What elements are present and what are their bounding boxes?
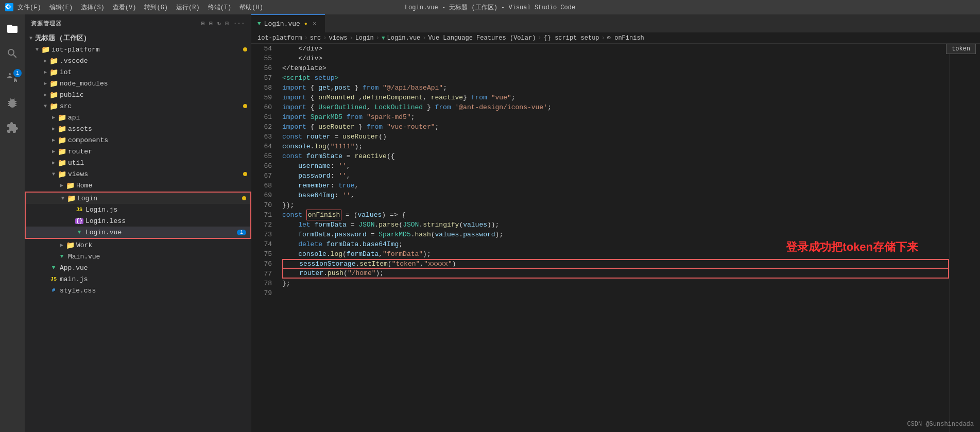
- editor-tab-login-vue[interactable]: ▼ Login.vue ● ×: [251, 14, 325, 32]
- file-label: Main.vue: [68, 253, 100, 261]
- menu-item[interactable]: 运行(R): [176, 3, 200, 12]
- folder-icon: 📁: [49, 68, 58, 76]
- breadcrumb-login[interactable]: Login: [355, 34, 374, 42]
- breadcrumb-login-vue[interactable]: Login.vue: [387, 34, 420, 42]
- folder-work[interactable]: ▶ 📁 Work: [25, 239, 251, 251]
- breadcrumb-onfinish[interactable]: ⊙ onFinish: [607, 34, 644, 42]
- folder-router[interactable]: ▶ 📁 router: [25, 146, 251, 157]
- breadcrumb-vue-icon: ▼: [382, 35, 385, 41]
- menu-item[interactable]: 选择(S): [81, 3, 105, 12]
- menu-item[interactable]: 查看(V): [113, 3, 136, 12]
- file-main-js[interactable]: ▶ JS main.js: [25, 273, 251, 285]
- sidebar: 资源管理器 ⊞ ⊟ ↻ ⊡ ··· ▼ 无标题 (工作区) ▼ 📁 iot-pl…: [25, 14, 251, 432]
- source-control-icon[interactable]: 1: [0, 66, 25, 91]
- code-line-73: formData.password = SparkMD5.hash(values…: [282, 230, 949, 239]
- folder-login[interactable]: ▼ 📁 Login: [26, 193, 250, 204]
- folder-api[interactable]: ▶ 📁 api: [25, 112, 251, 123]
- menu-item[interactable]: 编辑(E): [49, 3, 73, 12]
- search-icon[interactable]: [0, 41, 25, 66]
- code-editor: 54 55 56 57 58 59 60 61 62 63 64 65 66 6…: [251, 44, 980, 432]
- collapse-icon[interactable]: ⊡: [226, 20, 230, 27]
- breadcrumb-iot-platform[interactable]: iot-platform: [257, 34, 302, 42]
- folder-label: util: [68, 159, 84, 167]
- onfinish-highlight: onFinish: [306, 210, 341, 220]
- folder-assets[interactable]: ▶ 📁 assets: [25, 123, 251, 134]
- code-content[interactable]: </div> </div> </template> <script setup>…: [278, 44, 949, 432]
- folder-vscode[interactable]: ▶ 📁 .vscode: [25, 55, 251, 66]
- new-folder-icon[interactable]: ⊟: [209, 20, 213, 27]
- folder-label: router: [68, 148, 92, 155]
- menu-item[interactable]: 转到(G): [144, 3, 168, 12]
- vue-file-icon: ▼: [75, 228, 83, 236]
- minimap: [949, 44, 980, 432]
- code-line-68: remember: true,: [282, 181, 949, 191]
- folder-label: api: [68, 114, 80, 122]
- folder-label: .vscode: [60, 57, 88, 65]
- code-line-63: const router = useRouter(): [282, 132, 949, 142]
- login-highlight-group: ▼ 📁 Login ▶ JS Login.js ▶ {} Login.less: [25, 192, 251, 239]
- file-tree: ▼ 无标题 (工作区) ▼ 📁 iot-platform ▶ 📁 .vscode…: [25, 32, 251, 432]
- file-login-vue[interactable]: ▶ ▼ Login.vue 1: [26, 227, 250, 238]
- folder-util[interactable]: ▶ 📁 util: [25, 157, 251, 168]
- file-login-less[interactable]: ▶ {} Login.less: [26, 215, 250, 227]
- tab-close-button[interactable]: ×: [311, 20, 319, 28]
- sidebar-header-icons[interactable]: ⊞ ⊟ ↻ ⊡ ···: [201, 20, 245, 27]
- code-line-78: };: [282, 279, 949, 288]
- folder-label: src: [60, 102, 72, 110]
- line-numbers: 54 55 56 57 58 59 60 61 62 63 64 65 66 6…: [251, 44, 278, 432]
- menu-item[interactable]: 文件(F): [18, 3, 41, 12]
- file-main-vue[interactable]: ▶ ▼ Main.vue: [25, 251, 251, 262]
- folder-icon: 📁: [49, 102, 58, 110]
- breadcrumb-script-setup[interactable]: {} script setup: [544, 34, 599, 42]
- vue-file-icon: ▼: [49, 264, 58, 272]
- folder-icon: 📁: [58, 125, 66, 133]
- folder-node-modules[interactable]: ▶ 📁 node_modules: [25, 78, 251, 89]
- breadcrumb-src[interactable]: src: [310, 34, 321, 42]
- folder-label: views: [68, 170, 88, 178]
- folder-iot[interactable]: ▶ 📁 iot: [25, 66, 251, 78]
- file-login-js[interactable]: ▶ JS Login.js: [26, 204, 250, 215]
- tab-vue-icon: ▼: [257, 21, 261, 27]
- folder-src[interactable]: ▼ 📁 src: [25, 100, 251, 112]
- breadcrumb-views[interactable]: views: [329, 34, 347, 42]
- file-style-css[interactable]: ▶ # style.css: [25, 285, 251, 296]
- code-line-69: base64Img: '',: [282, 191, 949, 200]
- code-line-70: });: [282, 200, 949, 210]
- folder-icon: 📁: [58, 113, 66, 122]
- new-file-icon[interactable]: ⊞: [201, 20, 205, 27]
- folder-label: public: [60, 91, 84, 99]
- code-line-72: let formData = JSON.parse(JSON.stringify…: [282, 220, 949, 230]
- workspace-root[interactable]: ▼ 无标题 (工作区): [25, 32, 251, 44]
- folder-views[interactable]: ▼ 📁 views: [25, 168, 251, 180]
- js-file-icon: JS: [49, 275, 58, 283]
- modified-indicator: [243, 104, 247, 108]
- debug-icon[interactable]: [0, 91, 25, 115]
- folder-label: components: [68, 136, 108, 144]
- file-app-vue[interactable]: ▶ ▼ App.vue: [25, 262, 251, 273]
- folder-icon: 📁: [58, 147, 66, 155]
- folder-icon: 📁: [67, 194, 75, 202]
- file-label: main.js: [60, 275, 88, 283]
- code-line-76: sessionStorage.setItem("token","xxxxx"): [282, 259, 949, 269]
- explorer-icon[interactable]: [0, 16, 25, 41]
- folder-components[interactable]: ▶ 📁 components: [25, 134, 251, 146]
- refresh-icon[interactable]: ↻: [217, 20, 221, 27]
- breadcrumb-volar[interactable]: Vue Language Features (Volar): [428, 34, 536, 42]
- code-line-56: </template>: [282, 63, 949, 73]
- code-line-79: [282, 288, 949, 298]
- file-label: Login.js: [85, 206, 117, 214]
- folder-iot-platform[interactable]: ▼ 📁 iot-platform: [25, 44, 251, 55]
- menu-item[interactable]: 终端(T): [208, 3, 232, 12]
- folder-home[interactable]: ▶ 📁 Home: [25, 180, 251, 191]
- editor-area: ▼ Login.vue ● × iot-platform › src › vie…: [251, 14, 980, 432]
- extensions-icon[interactable]: [0, 115, 25, 140]
- folder-icon: 📁: [66, 181, 74, 189]
- folder-public[interactable]: ▶ 📁 public: [25, 89, 251, 100]
- folder-label: iot-platform: [51, 46, 100, 54]
- more-icon[interactable]: ···: [233, 20, 245, 27]
- folder-label: assets: [68, 125, 92, 133]
- code-line-54: </div>: [282, 44, 949, 54]
- menu-item[interactable]: 帮助(H): [239, 3, 263, 12]
- code-line-62: import { useRouter } from "vue-router";: [282, 122, 949, 132]
- source-control-badge: 1: [13, 69, 22, 77]
